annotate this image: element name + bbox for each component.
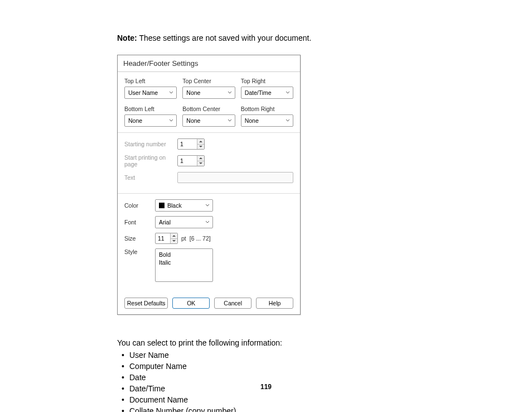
chevron-down-icon xyxy=(205,220,210,224)
bottom-center-select[interactable]: None xyxy=(182,114,235,127)
below-text: You can select to print the following in… xyxy=(117,338,418,412)
text-field-label: Text xyxy=(124,174,177,181)
bottom-left-select[interactable]: None xyxy=(124,114,177,127)
size-range: [6 ... 72] xyxy=(190,235,211,242)
reset-defaults-button[interactable]: Reset Defaults xyxy=(124,298,168,309)
spin-down-icon[interactable] xyxy=(197,161,204,166)
style-option-italic[interactable]: Italic xyxy=(159,259,209,267)
color-label: Color xyxy=(124,202,155,209)
start-printing-label: Start printing on page xyxy=(124,154,177,167)
style-label: Style xyxy=(124,248,155,255)
top-center-label: Top Center xyxy=(182,78,235,84)
list-item: Computer Name xyxy=(122,362,418,371)
color-swatch-icon xyxy=(159,203,165,208)
starting-number-label: Starting number xyxy=(124,141,177,147)
info-list: User Name Computer Name Date Date/Time D… xyxy=(117,351,418,412)
ok-button[interactable]: OK xyxy=(172,298,210,309)
top-right-label: Top Right xyxy=(241,78,293,84)
bottom-right-label: Bottom Right xyxy=(241,106,293,112)
header-footer-dialog: Header/Footer Settings Top Left User Nam… xyxy=(117,55,301,315)
spin-down-icon[interactable] xyxy=(171,239,177,244)
note-line: Note: These settings are not saved with … xyxy=(117,33,418,42)
start-printing-stepper[interactable]: 1 xyxy=(177,155,205,166)
note-label: Note: xyxy=(117,33,137,42)
chevron-down-icon xyxy=(228,118,232,123)
size-label: Size xyxy=(124,235,155,242)
dialog-buttons: Reset Defaults OK Cancel Help xyxy=(118,292,300,314)
chevron-down-icon xyxy=(205,203,210,208)
list-item: Collate Number (copy number) xyxy=(122,406,418,412)
help-button[interactable]: Help xyxy=(256,298,293,309)
dialog-title: Header/Footer Settings xyxy=(118,55,300,72)
color-select[interactable]: Black xyxy=(155,199,213,212)
top-left-select[interactable]: User Name xyxy=(124,87,177,99)
list-item: Document Name xyxy=(122,395,418,404)
top-center-select[interactable]: None xyxy=(182,87,235,99)
text-input[interactable] xyxy=(177,172,293,183)
bottom-center-label: Bottom Center xyxy=(182,106,235,112)
cancel-button[interactable]: Cancel xyxy=(214,298,252,309)
top-right-select[interactable]: Date/Time xyxy=(241,87,293,99)
spin-up-icon[interactable] xyxy=(171,233,177,239)
chevron-down-icon xyxy=(286,118,290,123)
bottom-left-label: Bottom Left xyxy=(124,106,177,112)
chevron-down-icon xyxy=(169,90,173,95)
size-stepper[interactable]: 11 xyxy=(155,233,178,244)
list-item: User Name xyxy=(122,351,418,360)
below-intro: You can select to print the following in… xyxy=(117,338,418,347)
starting-number-stepper[interactable]: 1 xyxy=(177,138,205,150)
chevron-down-icon xyxy=(286,90,290,95)
page-number: 119 xyxy=(0,383,532,391)
spin-up-icon[interactable] xyxy=(197,156,204,161)
appearance-section: Color Black Font Arial Size 11 xyxy=(118,194,300,292)
spin-up-icon[interactable] xyxy=(197,139,204,145)
font-select[interactable]: Arial xyxy=(155,216,213,228)
font-label: Font xyxy=(124,219,155,226)
style-listbox[interactable]: Bold Italic xyxy=(155,248,213,282)
list-item: Date xyxy=(122,373,418,382)
positions-section: Top Left User Name Top Center None Top R… xyxy=(118,72,300,132)
page-number-section: Starting number 1 Start printing on page… xyxy=(118,133,300,193)
note-text: These settings are not saved with your d… xyxy=(137,33,312,42)
spin-down-icon[interactable] xyxy=(197,145,204,150)
bottom-right-select[interactable]: None xyxy=(241,114,293,127)
chevron-down-icon xyxy=(228,90,232,95)
chevron-down-icon xyxy=(169,118,173,123)
size-unit: pt xyxy=(181,235,186,242)
style-option-bold[interactable]: Bold xyxy=(159,251,209,259)
top-left-label: Top Left xyxy=(124,78,177,84)
